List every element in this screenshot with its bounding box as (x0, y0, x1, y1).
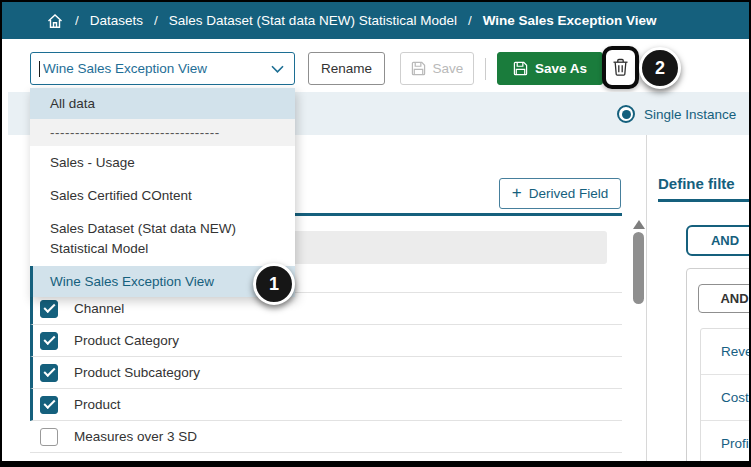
text-cursor (39, 61, 40, 77)
rename-button[interactable]: Rename (308, 52, 385, 85)
field-label: Product (74, 397, 121, 412)
breadcrumb-bar: / Datasets / Sales Dataset (Stat data NE… (2, 2, 749, 39)
field-row[interactable]: Product Category (30, 325, 622, 357)
field-label: Product Category (74, 333, 179, 348)
annotation-badge-2: 2 (639, 47, 681, 89)
breadcrumb-item-dataset-model[interactable]: Sales Dataset (Stat data NEW) Statistica… (169, 13, 457, 28)
field-label: Measures over 3 SD (74, 429, 197, 444)
filter-field-row[interactable]: Reve (701, 329, 749, 375)
checkbox[interactable] (40, 300, 58, 318)
dropdown-item[interactable]: All data (30, 88, 295, 119)
dropdown-item[interactable]: Sales - Usage (30, 146, 295, 179)
save-as-button[interactable]: Save As (497, 52, 603, 85)
filter-field-list: Reve Cost Profi (700, 328, 749, 461)
radio-selected-icon[interactable] (617, 105, 635, 123)
breadcrumb-separator: / (75, 13, 79, 28)
single-instance-label: Single Instance (644, 107, 736, 122)
annotation-highlight-delete (602, 46, 639, 89)
breadcrumb-separator: / (468, 13, 472, 28)
checkbox[interactable] (40, 396, 58, 414)
breadcrumb-item-current-view: Wine Sales Exception View (483, 13, 657, 28)
view-select-value: Wine Sales Exception View (43, 61, 271, 76)
field-row[interactable]: Measures over 3 SD (30, 421, 622, 453)
field-row[interactable]: Channel (30, 293, 622, 325)
field-row[interactable]: Product (30, 389, 622, 421)
save-icon (411, 61, 426, 76)
chevron-down-icon (271, 65, 284, 73)
toolbar-divider (485, 58, 486, 80)
check-icon (43, 333, 55, 345)
breadcrumb-item-datasets[interactable]: Datasets (90, 13, 143, 28)
dropdown-item-label: Wine Sales Exception View (50, 274, 214, 289)
check-icon (43, 301, 55, 313)
dropdown-item[interactable]: Sales Certified COntent (30, 179, 295, 212)
dropdown-item-label: ---------------------------------- (50, 125, 220, 140)
view-select[interactable]: Wine Sales Exception View (30, 52, 295, 85)
derived-field-button[interactable]: + Derived Field (499, 178, 621, 209)
dropdown-item[interactable]: ---------------------------------- (30, 119, 295, 146)
panel-divider (646, 135, 647, 461)
derived-field-button-label: Derived Field (529, 186, 609, 201)
filter-field-row[interactable]: Cost (701, 375, 749, 421)
save-button-label: Save (433, 61, 464, 76)
breadcrumb: / Datasets / Sales Dataset (Stat data NE… (46, 12, 656, 30)
filter-field-row[interactable]: Profi (701, 421, 749, 461)
and-operator-button[interactable]: AND (686, 225, 749, 256)
and-operator-label: AND (711, 233, 739, 248)
checkbox[interactable] (40, 428, 58, 446)
save-as-button-label: Save As (535, 61, 587, 76)
app-window: / Datasets / Sales Dataset (Stat data NE… (2, 2, 749, 461)
annotation-badge-2-label: 2 (655, 58, 665, 79)
dropdown-item-label: All data (50, 96, 95, 111)
save-button[interactable]: Save (400, 52, 474, 85)
check-icon (43, 397, 55, 409)
filter-title-underline (658, 199, 749, 202)
filter-field-label: Cost (721, 390, 749, 405)
check-icon (43, 365, 55, 377)
breadcrumb-separator: / (154, 13, 158, 28)
filter-field-label: Reve (721, 344, 749, 359)
filter-field-label: Profi (721, 436, 749, 451)
nested-and-operator-button[interactable]: AND (698, 284, 749, 313)
single-instance-option[interactable]: Single Instance (617, 105, 736, 123)
filter-panel-title: Define filte (658, 175, 749, 192)
save-icon (513, 61, 528, 76)
dropdown-item-label: Sales - Usage (50, 155, 135, 170)
field-label: Channel (74, 301, 124, 316)
nested-and-operator-label: AND (720, 291, 748, 306)
field-row[interactable]: Product Subcategory (30, 357, 622, 389)
scrollbar-thumb[interactable] (633, 232, 644, 304)
home-icon[interactable] (46, 12, 64, 30)
dropdown-item-label: Sales Dataset (Stat data NEW) Statistica… (50, 221, 236, 256)
view-dropdown-list: All data -------------------------------… (30, 88, 295, 297)
annotation-badge-1: 1 (253, 263, 295, 305)
dropdown-item-label: Sales Certified COntent (50, 188, 192, 203)
scroll-up-arrow[interactable] (633, 220, 645, 229)
field-label: Product Subcategory (74, 365, 200, 380)
delete-view-button[interactable] (612, 58, 629, 77)
checkbox[interactable] (40, 332, 58, 350)
annotation-badge-1-label: 1 (269, 274, 279, 295)
plus-icon: + (512, 184, 522, 201)
dropdown-item[interactable]: Sales Dataset (Stat data NEW) Statistica… (30, 212, 295, 266)
checkbox[interactable] (40, 364, 58, 382)
rename-button-label: Rename (321, 61, 372, 76)
